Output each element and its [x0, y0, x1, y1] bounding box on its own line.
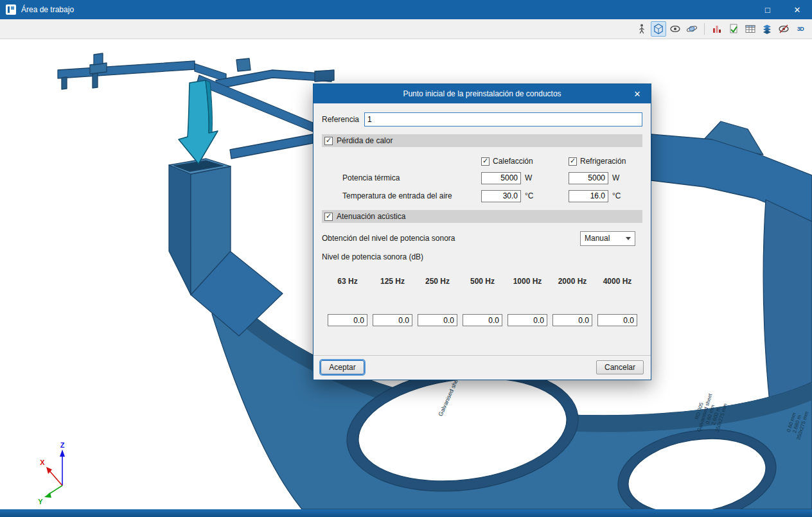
thermal-power-label: Potencia térmica: [322, 173, 481, 182]
thermal-power-row: Potencia térmica W W: [322, 171, 642, 184]
heat-loss-columns: Calefacción Refrigeración: [322, 156, 642, 166]
3d-view-cube-icon[interactable]: [651, 21, 666, 37]
export-3d-icon[interactable]: 3D: [793, 21, 808, 37]
dialog-title: Punto inicial de la preinstalación de co…: [313, 89, 651, 98]
axis-triad: Z X Y: [38, 441, 65, 505]
heat-loss-checkbox[interactable]: [324, 137, 333, 145]
accept-button[interactable]: Aceptar: [321, 360, 364, 374]
sound-power-level-label: Nivel de potencia sonora (dB): [322, 252, 642, 263]
thermal-power-heating-input[interactable]: [481, 172, 521, 184]
check-model-icon[interactable]: [726, 21, 741, 37]
window-titlebar: Área de trabajo □ ✕: [0, 0, 812, 19]
cooling-column: Refrigeración: [569, 157, 656, 166]
window-title: Área de trabajo: [21, 5, 74, 14]
axis-x-label: X: [40, 459, 45, 466]
maximize-button[interactable]: □: [753, 0, 782, 19]
freq-header: 1000 Hz: [505, 277, 550, 286]
inlet-temperature-heating-cell: °C: [481, 190, 569, 202]
freq-header: 250 Hz: [415, 277, 460, 286]
heat-loss-section-header: Pérdida de calor: [322, 134, 642, 147]
dialog-body: Referencia Pérdida de calor Calefacción …: [313, 103, 651, 380]
freq-header: 2000 Hz: [550, 277, 595, 286]
sound-power-method-row: Obtención del nivel de potencia sonora M…: [322, 231, 642, 246]
heating-checkbox[interactable]: [481, 157, 490, 166]
reference-input[interactable]: [364, 112, 642, 127]
duct-preinstallation-dialog: Punto inicial de la preinstalación de co…: [313, 83, 651, 380]
freq-value-input-125[interactable]: [373, 314, 412, 326]
freq-header: 500 Hz: [460, 277, 505, 286]
inlet-temperature-heating-unit: °C: [525, 191, 533, 200]
frequency-values: [322, 314, 642, 326]
show-references-icon[interactable]: [667, 21, 683, 37]
freq-header: 63 Hz: [325, 277, 370, 286]
dialog-footer: Aceptar Cancelar: [313, 355, 651, 374]
analysis-results-icon[interactable]: [709, 21, 725, 37]
layers-icon[interactable]: [759, 21, 775, 37]
reference-label: Referencia: [322, 115, 364, 124]
freq-header: 4000 Hz: [595, 277, 640, 286]
thermal-power-cooling-cell: W: [569, 172, 656, 184]
inlet-temperature-cooling-unit: °C: [612, 191, 621, 200]
app-icon: [6, 4, 16, 15]
freq-value-input-500[interactable]: [463, 314, 502, 326]
freq-value-input-2000[interactable]: [552, 314, 592, 326]
heating-label: Calefacción: [493, 157, 533, 166]
freq-value-input-1000[interactable]: [508, 314, 547, 326]
axis-y-label: Y: [38, 498, 43, 505]
acoustic-label: Atenuación acústica: [337, 212, 405, 221]
sound-power-method-select[interactable]: Manual: [580, 231, 635, 246]
selection-arrow: [179, 80, 218, 164]
heating-column: Calefacción: [481, 157, 569, 166]
freq-header: 125 Hz: [370, 277, 415, 286]
duct-inlet-pipe: [230, 134, 313, 159]
view-toolbar: 3D: [0, 19, 812, 39]
sound-power-method-label: Obtención del nivel de potencia sonora: [322, 234, 455, 243]
toolbar-separator: [704, 23, 705, 35]
freq-value-input-250[interactable]: [418, 314, 457, 326]
thermal-power-heating-unit: W: [525, 173, 532, 182]
export-3d-label: 3D: [797, 26, 804, 32]
acoustic-section-header: Atenuación acústica: [322, 210, 642, 223]
cooling-checkbox[interactable]: [569, 157, 577, 166]
orbit-icon[interactable]: [684, 21, 700, 37]
axis-z-label: Z: [60, 441, 65, 449]
close-button[interactable]: ✕: [782, 0, 812, 19]
window-controls: □ ✕: [753, 0, 812, 19]
thermal-power-heating-cell: W: [481, 172, 569, 184]
inlet-temperature-cooling-cell: °C: [569, 190, 656, 202]
chevron-down-icon: [626, 237, 631, 240]
duct-diagonal-pipe: [197, 75, 313, 132]
hide-elements-icon[interactable]: [776, 21, 791, 37]
acoustic-checkbox[interactable]: [324, 213, 333, 221]
cancel-button[interactable]: Cancelar: [596, 360, 644, 374]
status-bar: [0, 509, 812, 517]
cooling-label: Refrigeración: [580, 157, 626, 166]
frequency-headers: 63 Hz 125 Hz 250 Hz 500 Hz 1000 Hz 2000 …: [322, 277, 642, 286]
freq-value-input-4000[interactable]: [597, 314, 637, 326]
inlet-temperature-label: Temperatura de entrada del aire: [322, 191, 481, 200]
inlet-temperature-heating-input[interactable]: [481, 190, 521, 202]
freq-value-input-63[interactable]: [328, 314, 367, 326]
dialog-titlebar[interactable]: Punto inicial de la preinstalación de co…: [313, 84, 651, 103]
thermal-power-cooling-input[interactable]: [569, 172, 608, 184]
inlet-temperature-cooling-input[interactable]: [569, 190, 608, 202]
thermal-power-cooling-unit: W: [612, 173, 619, 182]
perspective-icon[interactable]: [634, 21, 649, 37]
inlet-temperature-row: Temperatura de entrada del aire °C °C: [322, 189, 642, 202]
reference-row: Referencia: [322, 112, 642, 127]
heat-loss-label: Pérdida de calor: [337, 136, 393, 145]
sound-power-method-value: Manual: [585, 234, 623, 243]
tables-icon[interactable]: [743, 21, 758, 37]
dialog-close-button[interactable]: ✕: [629, 84, 646, 103]
